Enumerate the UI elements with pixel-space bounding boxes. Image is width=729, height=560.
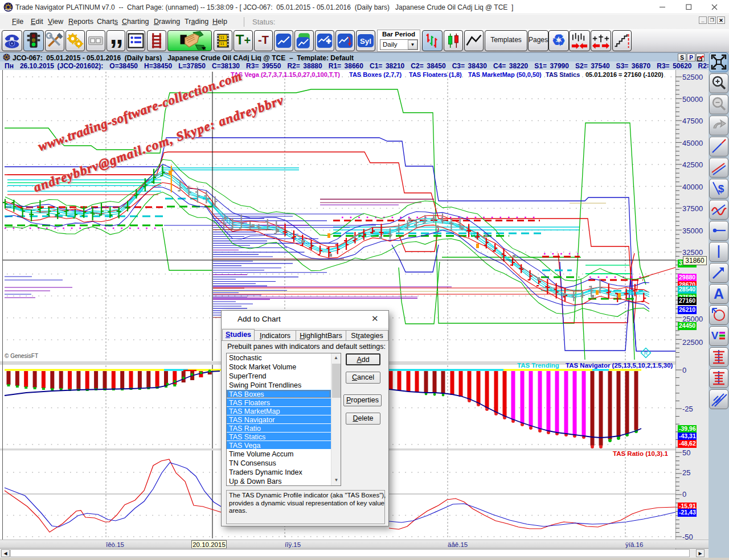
svg-text:R: R bbox=[644, 351, 648, 356]
svg-text:11: 11 bbox=[220, 35, 224, 39]
svg-text:$: $ bbox=[718, 183, 724, 195]
svg-text:V: V bbox=[711, 330, 719, 341]
svg-text:Syl: Syl bbox=[360, 37, 371, 46]
svg-text:A: A bbox=[714, 286, 724, 302]
svg-text:11: 11 bbox=[220, 42, 224, 46]
